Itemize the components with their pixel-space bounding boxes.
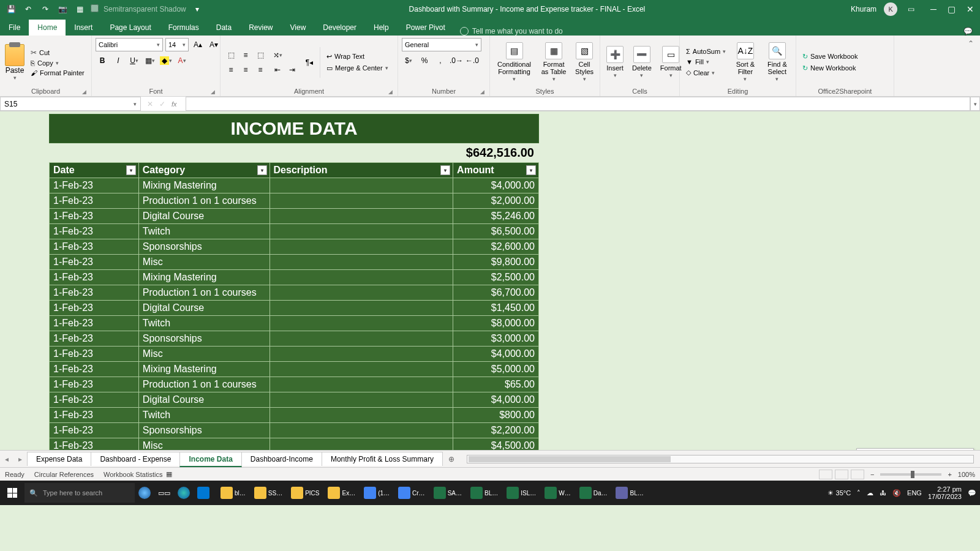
tab-developer[interactable]: Developer xyxy=(314,20,365,36)
cell-category[interactable]: Mixing Mastering xyxy=(138,270,270,285)
cell-description[interactable] xyxy=(270,377,453,392)
filter-amount-button[interactable]: ▾ xyxy=(526,165,536,175)
cell-date[interactable]: 1-Feb-23 xyxy=(50,377,139,392)
table-row[interactable]: 1-Feb-23Production 1 on 1 courses$65.00 xyxy=(50,377,539,392)
table-row[interactable]: 1-Feb-23Sponsorships$3,000.00 xyxy=(50,331,539,347)
cell-amount[interactable]: $4,500.00 xyxy=(453,438,539,451)
cell-category[interactable]: Production 1 on 1 courses xyxy=(138,193,270,209)
cell-date[interactable]: 1-Feb-23 xyxy=(50,209,139,224)
camera-icon[interactable]: 📷 xyxy=(56,3,69,15)
tell-me-search[interactable]: Tell me what you want to do xyxy=(454,27,569,36)
status-wbstats[interactable]: Workbook Statistics xyxy=(104,471,162,478)
taskbar-item[interactable]: BL… xyxy=(467,481,502,505)
feedback-button[interactable]: 💬 xyxy=(963,27,980,36)
cell-category[interactable]: Production 1 on 1 courses xyxy=(138,377,270,392)
orientation-button[interactable]: ⤭▾ xyxy=(271,48,284,62)
cell-date[interactable]: 1-Feb-23 xyxy=(50,423,139,438)
redo-button[interactable]: ↷ xyxy=(39,3,51,15)
taskbar-item[interactable]: W… xyxy=(541,481,574,505)
start-button[interactable] xyxy=(0,481,24,505)
cell-description[interactable] xyxy=(270,209,453,224)
sheet-nav-prev[interactable]: ◂ xyxy=(0,455,13,463)
close-button[interactable]: ✕ xyxy=(967,4,974,14)
cell-styles-button[interactable]: ▧Cell Styles▾ xyxy=(573,41,596,84)
taskbar-item[interactable]: Cr… xyxy=(394,481,429,505)
cell-amount[interactable]: $6,700.00 xyxy=(453,285,539,301)
tray-chevron[interactable]: ˄ xyxy=(857,489,861,497)
decrease-decimal-button[interactable]: ←.0 xyxy=(466,54,479,67)
cell-description[interactable] xyxy=(270,255,453,270)
cancel-formula-button[interactable]: ✕ xyxy=(147,100,153,108)
align-bottom-button[interactable]: ⬚ xyxy=(254,48,267,62)
cell-description[interactable] xyxy=(270,224,453,239)
notifications-button[interactable]: 💬 xyxy=(968,489,976,497)
cell-amount[interactable]: $5,000.00 xyxy=(453,362,539,377)
onedrive-icon[interactable]: ☁ xyxy=(867,489,873,497)
cell-category[interactable]: Mixing Mastering xyxy=(138,362,270,377)
hscroll-thumb[interactable] xyxy=(469,456,671,462)
language-indicator[interactable]: ENG xyxy=(907,489,922,497)
table-row[interactable]: 1-Feb-23Misc$4,500.00 xyxy=(50,438,539,451)
cell-description[interactable] xyxy=(270,408,453,423)
cell-amount[interactable]: $9,800.00 xyxy=(453,255,539,270)
cut-button[interactable]: ✂Cut xyxy=(29,48,86,58)
network-icon[interactable]: 🖧 xyxy=(880,489,886,497)
cell-category[interactable]: Digital Course xyxy=(138,301,270,316)
cell-amount[interactable]: $1,450.00 xyxy=(453,301,539,316)
taskbar-item[interactable]: Da… xyxy=(576,481,611,505)
fx-icon[interactable]: fx xyxy=(172,100,177,108)
sort-filter-button[interactable]: A↓ZSort & Filter▾ xyxy=(732,41,759,84)
table-row[interactable]: 1-Feb-23Mixing Mastering$5,000.00 xyxy=(50,362,539,377)
tab-page-layout[interactable]: Page Layout xyxy=(101,20,159,36)
table-row[interactable]: 1-Feb-23Production 1 on 1 courses$2,000.… xyxy=(50,193,539,209)
edge-button[interactable] xyxy=(174,481,194,505)
align-top-button[interactable]: ⬚ xyxy=(224,48,238,62)
delete-cells-button[interactable]: ➖Delete▾ xyxy=(630,45,654,80)
grid-icon[interactable]: ▦ xyxy=(74,3,86,15)
task-view-button[interactable]: ▭▭ xyxy=(154,481,174,505)
taskbar-item[interactable]: (1… xyxy=(360,481,393,505)
fill-color-button[interactable]: ◆▾ xyxy=(159,54,173,67)
cell-amount[interactable]: $4,000.00 xyxy=(453,178,539,193)
cell-description[interactable] xyxy=(270,423,453,438)
clear-button[interactable]: ◇Clear▾ xyxy=(684,67,728,78)
tab-formulas[interactable]: Formulas xyxy=(160,20,208,36)
tab-power-pivot[interactable]: Power Pivot xyxy=(398,20,454,36)
copy-button[interactable]: ⎘Copy▾ xyxy=(29,59,86,67)
ribbon-display-button[interactable]: ▭ xyxy=(905,3,917,15)
cell-date[interactable]: 1-Feb-23 xyxy=(50,178,139,193)
taskbar-item[interactable]: PICS xyxy=(287,481,323,505)
zoom-out-button[interactable]: − xyxy=(870,471,874,478)
cell-category[interactable]: Sponsorships xyxy=(138,331,270,347)
save-workbook-button[interactable]: ↻Save Workbook xyxy=(800,51,860,62)
tab-insert[interactable]: Insert xyxy=(66,20,101,36)
maximize-button[interactable]: ▢ xyxy=(948,4,956,14)
cell-description[interactable] xyxy=(270,193,453,209)
tab-file[interactable]: File xyxy=(0,20,29,36)
filter-description-button[interactable]: ▾ xyxy=(440,165,450,175)
increase-indent-button[interactable]: ⇥ xyxy=(285,63,299,77)
cell-amount[interactable]: $8,000.00 xyxy=(453,316,539,331)
taskbar-search[interactable]: 🔍 Type here to search xyxy=(24,483,135,503)
find-select-button[interactable]: 🔍Find & Select▾ xyxy=(763,41,792,84)
cell-amount[interactable]: $6,500.00 xyxy=(453,224,539,239)
cell-amount[interactable]: $800.00 xyxy=(453,408,539,423)
font-name-select[interactable]: Calibri▾ xyxy=(96,38,163,51)
taskbar-item[interactable]: BL… xyxy=(612,481,647,505)
wrap-text-button[interactable]: ↩Wrap Text xyxy=(324,51,391,62)
rtl-button[interactable]: ¶◂ xyxy=(303,56,316,69)
undo-button[interactable]: ↶ xyxy=(22,3,34,15)
cell-date[interactable]: 1-Feb-23 xyxy=(50,438,139,451)
cell-category[interactable]: Digital Course xyxy=(138,209,270,224)
cell-description[interactable] xyxy=(270,270,453,285)
cell-category[interactable]: Twitch xyxy=(138,316,270,331)
cell-date[interactable]: 1-Feb-23 xyxy=(50,270,139,285)
conditional-formatting-button[interactable]: ▤Conditional Formatting▾ xyxy=(494,41,535,84)
table-row[interactable]: 1-Feb-23Twitch$800.00 xyxy=(50,408,539,423)
table-row[interactable]: 1-Feb-23Twitch$6,500.00 xyxy=(50,224,539,239)
zoom-level[interactable]: 100% xyxy=(958,471,975,478)
table-row[interactable]: 1-Feb-23Digital Course$4,000.00 xyxy=(50,392,539,408)
tab-help[interactable]: Help xyxy=(365,20,398,36)
percent-button[interactable]: % xyxy=(418,54,431,67)
taskbar-item[interactable]: SA… xyxy=(430,481,466,505)
